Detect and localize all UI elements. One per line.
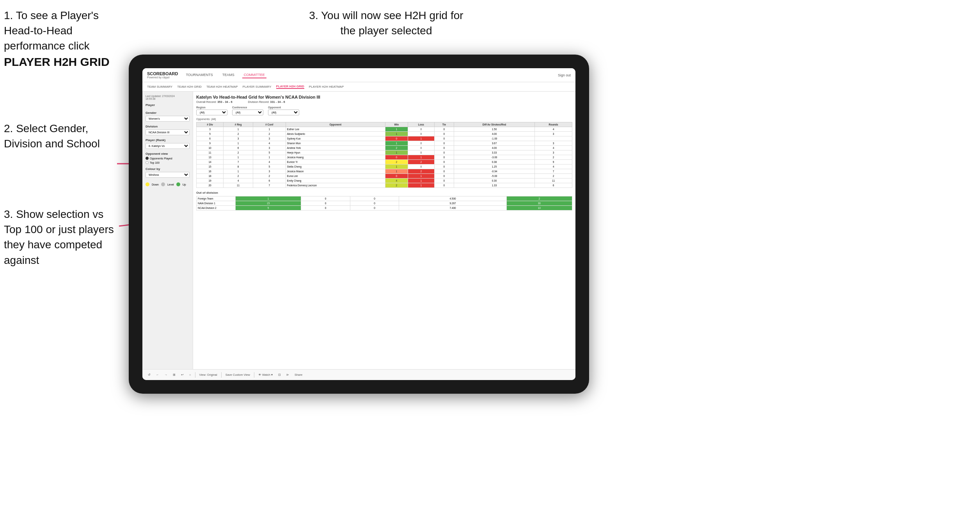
sub-nav-team-summary[interactable]: TEAM SUMMARY <box>147 85 172 88</box>
cell-div: 18 <box>197 174 224 179</box>
toolbar-reset[interactable]: ↩ <box>179 372 185 377</box>
cell-diff: 0.38 <box>454 160 534 164</box>
sub-nav-player-h2h-heatmap[interactable]: PLAYER H2H HEATMAP <box>309 85 344 88</box>
cell-diff: -0.94 <box>454 169 534 174</box>
instruction-mid-left: 2. Select Gender, Division and School <box>4 121 117 151</box>
cell-div: 10 <box>197 146 224 150</box>
cell-rounds: 6 <box>535 183 572 188</box>
cell-loss: 0 <box>408 146 434 150</box>
main-content: Last Updated: 27/03/2024 16:55:38 Player… <box>142 92 575 369</box>
opponent-filter-select[interactable]: (All) <box>268 110 299 115</box>
ood-table-row: NAIA Division 1 15 0 0 9.267 30 <box>197 201 572 206</box>
toolbar-sep-2 <box>221 372 222 378</box>
legend-dot-down <box>146 182 149 186</box>
division-select[interactable]: NCAA Division III <box>146 129 190 135</box>
cell-conf: 4 <box>253 141 286 146</box>
opponent-filter-label: Opponent <box>268 106 299 109</box>
cell-win: 2 <box>385 183 408 188</box>
cell-diff: -5.00 <box>454 174 534 179</box>
toolbar-watch[interactable]: 👁 Watch ▾ <box>257 372 274 377</box>
cell-reg: 3 <box>224 136 253 141</box>
instruction-text-4: 3. Show selection vs Top 100 or just pla… <box>4 208 114 266</box>
toolbar-undo[interactable]: ↺ <box>146 372 152 377</box>
conference-filter-select[interactable]: (All) <box>232 110 263 115</box>
cell-reg: 1 <box>224 169 253 174</box>
cell-win: 1 <box>385 169 408 174</box>
ood-cell-tie: 0 <box>350 206 399 210</box>
table-row: 10 6 3 Andrea York 2 0 0 4.00 4 <box>197 146 572 150</box>
ood-cell-diff: 9.267 <box>399 201 506 206</box>
cell-loss: 1 <box>408 155 434 160</box>
cell-opponent: Sydney Kuo <box>286 136 385 141</box>
toolbar-icon2[interactable]: ⊳ <box>285 372 291 377</box>
nav-tournaments[interactable]: TOURNAMENTS <box>184 72 214 78</box>
region-filter-group: Region (All) <box>196 106 227 115</box>
timestamp: Last Updated: 27/03/2024 16:55:38 <box>146 95 190 100</box>
nav-committee[interactable]: COMMITTEE <box>242 72 266 78</box>
cell-conf: 3 <box>253 146 286 150</box>
cell-diff: 1.25 <box>454 164 534 169</box>
cell-div: 11 <box>197 150 224 155</box>
legend-dot-level <box>161 182 165 186</box>
player-rank-select[interactable]: 8. Katelyn Vo <box>146 143 190 149</box>
cell-diff: -1.00 <box>454 136 534 141</box>
ood-cell-name: Foreign Team <box>197 196 236 201</box>
nav-bar: SCOREBOARD Powered by clippd TOURNAMENTS… <box>142 68 575 82</box>
col-reg: # Reg <box>224 122 253 127</box>
nav-teams[interactable]: TEAMS <box>221 72 236 78</box>
cell-diff: 1.33 <box>454 183 534 188</box>
cell-win: 4 <box>385 179 408 183</box>
ood-cell-win: 15 <box>236 201 301 206</box>
radio-opponents-played[interactable]: Opponents Played <box>146 157 190 160</box>
radio-dot-2 <box>146 161 149 164</box>
opponent-view-group: Opponents Played Top 100 <box>146 157 190 164</box>
toolbar-forward[interactable]: → <box>163 372 169 377</box>
cell-tie: 0 <box>434 132 454 136</box>
cell-opponent: Emily Chang <box>286 179 385 183</box>
cell-diff: 3.67 <box>454 141 534 146</box>
sub-nav-team-h2h-grid[interactable]: TEAM H2H GRID <box>177 85 202 88</box>
grid-title: Katelyn Vo Head-to-Head Grid for Women's… <box>196 95 572 99</box>
table-row: 15 8 5 Stella Cheng 1 0 0 1.25 4 <box>197 164 572 169</box>
toolbar-view-original[interactable]: View: Original <box>198 372 219 377</box>
cell-div: 5 <box>197 132 224 136</box>
toolbar-back[interactable]: ← <box>154 372 161 377</box>
cell-conf: 2 <box>253 174 286 179</box>
opponent-filter-group: Opponent (All) <box>268 106 299 115</box>
toolbar-save-view[interactable]: Save Custom View <box>224 372 252 377</box>
toolbar-circle[interactable]: ○ <box>188 372 193 377</box>
table-row: 13 1 1 Jessica Huang 0 1 0 -3.00 2 <box>197 155 572 160</box>
gender-select[interactable]: Women's <box>146 116 190 122</box>
cell-div: 16 <box>197 169 224 174</box>
cell-reg: 2 <box>224 132 253 136</box>
cell-tie: 0 <box>434 141 454 146</box>
cell-diff: 1.50 <box>454 127 534 132</box>
sub-nav-player-summary[interactable]: PLAYER SUMMARY <box>243 85 272 88</box>
ood-cell-tie: 0 <box>350 201 399 206</box>
colour-by-select[interactable]: Win/loss <box>146 172 190 178</box>
toolbar-share[interactable]: Share <box>293 372 304 377</box>
sub-nav-team-h2h-heatmap[interactable]: TEAM H2H HEATMAP <box>206 85 238 88</box>
radio-top100[interactable]: Top 100 <box>146 161 190 164</box>
nav-sign-out[interactable]: Sign out <box>558 73 571 77</box>
table-row: 5 2 2 Alexis Sudjianto 1 0 0 4.00 3 <box>197 132 572 136</box>
region-filter-select[interactable]: (All) <box>196 110 227 115</box>
sub-nav-player-h2h-grid[interactable]: PLAYER H2H GRID <box>276 85 304 89</box>
table-row: 3 1 1 Esther Lee 1 0 0 1.50 4 <box>197 127 572 132</box>
toolbar-icon1[interactable]: ⊡ <box>277 372 282 377</box>
cell-tie: 0 <box>434 127 454 132</box>
instruction-top-left: 1. To see a Player's Head-to-Head perfor… <box>4 8 129 70</box>
cell-rounds: 7 <box>535 169 572 174</box>
toolbar-grid[interactable]: ⊞ <box>171 372 177 377</box>
cell-win: 1 <box>385 164 408 169</box>
cell-win: 0 <box>385 174 408 179</box>
toolbar-sep-3 <box>254 372 254 378</box>
cell-conf: 2 <box>253 132 286 136</box>
cell-loss: 2 <box>408 160 434 164</box>
cell-win: 0 <box>385 155 408 160</box>
cell-rounds: 4 <box>535 127 572 132</box>
cell-win: 1 <box>385 141 408 146</box>
cell-diff: 0.30 <box>454 179 534 183</box>
col-conf: # Conf <box>253 122 286 127</box>
cell-conf: 3 <box>253 136 286 141</box>
